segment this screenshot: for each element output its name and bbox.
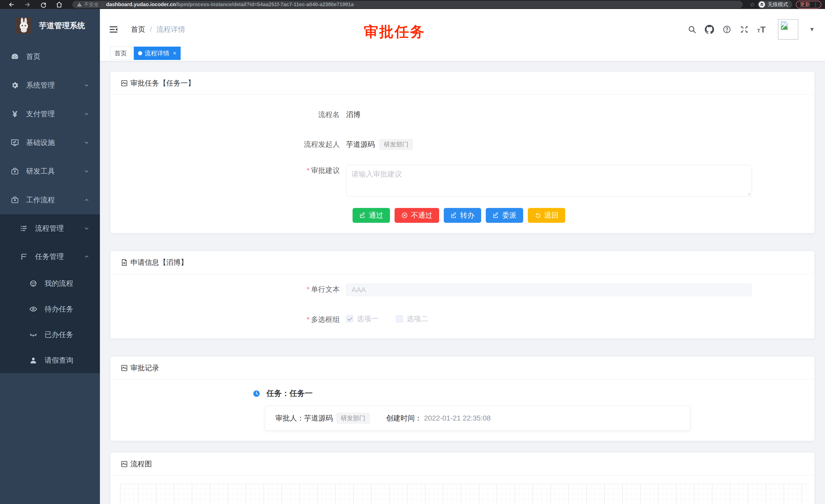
approve-card-header: 审批任务【任务一】 — [110, 72, 815, 95]
sidebar-collapse-icon[interactable] — [109, 25, 118, 34]
resize-grip-icon[interactable] — [747, 191, 750, 195]
tags-view-bar: 首页 流程详情 × — [100, 45, 825, 61]
sidebar-item-process-mgmt[interactable]: 流程管理 — [0, 215, 100, 243]
list-icon — [19, 224, 28, 233]
chevron-down-icon — [84, 169, 89, 174]
created-time: 2022-01-21 22:35:08 — [424, 414, 491, 422]
back-icon[interactable] — [7, 0, 16, 9]
sidebar-item-label: 系统管理 — [26, 80, 55, 90]
url-domain: dashboard.yudao.iocoder.cn — [106, 2, 176, 7]
tag-home[interactable]: 首页 — [110, 47, 131, 60]
home-icon[interactable] — [55, 0, 64, 9]
task-title: 任务：任务一 — [267, 388, 313, 399]
document-icon — [121, 259, 128, 266]
help-icon[interactable] — [722, 25, 732, 34]
security-warning[interactable]: 不安全 — [77, 1, 99, 8]
top-navbar: 首页 / 流程详情 TT — [100, 9, 825, 45]
sidebar-item-my-process[interactable]: 我的流程 — [0, 271, 100, 296]
checkbox-group-label: *多选框组 — [121, 314, 346, 325]
avatar[interactable] — [778, 19, 798, 40]
search-icon[interactable] — [687, 25, 697, 34]
bookmark-star-icon[interactable]: ☆ — [749, 1, 755, 8]
sidebar-item-infra[interactable]: 基础设施 — [0, 128, 100, 157]
sidebar-item-label: 基础设施 — [26, 138, 55, 148]
chevron-up-icon — [84, 197, 89, 202]
sidebar-item-label: 支付管理 — [26, 109, 55, 119]
tag-process-detail[interactable]: 流程详情 × — [134, 47, 180, 60]
sidebar-item-leave-query[interactable]: 请假查询 — [0, 347, 100, 373]
sidebar-item-label: 我的流程 — [45, 279, 73, 288]
approve-task-card: 审批任务【任务一】 流程名 滔博 流程发起人 芋道源码 研发部门 — [110, 72, 815, 233]
reload-icon[interactable] — [39, 0, 48, 9]
browser-update-button[interactable]: 更新 ⋮ — [796, 1, 821, 8]
circle-close-icon — [401, 212, 408, 219]
edit-icon — [493, 212, 499, 219]
transfer-button[interactable]: 转办 — [444, 208, 481, 223]
briefcase-icon — [10, 167, 19, 175]
delegate-button[interactable]: 委派 — [486, 208, 523, 223]
workflow-submenu: 流程管理 任务管理 我的流程 待办任务 — [0, 215, 100, 373]
yen-icon: ¥ — [10, 110, 19, 118]
apply-card-body: *单行文本 *多选框组 选项一 选项二 — [110, 274, 815, 339]
monitor-icon — [10, 138, 19, 147]
sidebar-item-payment[interactable]: ¥ 支付管理 — [0, 100, 100, 128]
robot-icon — [29, 279, 38, 287]
card-title: 流程图 — [130, 459, 152, 469]
checkbox-option-1[interactable]: 选项一 — [346, 314, 378, 324]
url-text: dashboard.yudao.iocoder.cn/bpm/process-i… — [106, 2, 354, 7]
process-diagram-card: 流程图 — [110, 452, 815, 504]
browser-menu-icon[interactable]: ⋮ — [813, 2, 818, 7]
approver-label: 审批人： — [276, 413, 304, 423]
breadcrumb-current: 流程详情 — [157, 24, 185, 34]
sidebar-item-home[interactable]: 首页 — [0, 42, 100, 71]
address-bar[interactable]: 不安全 dashboard.yudao.iocoder.cn/bpm/proce… — [72, 1, 743, 8]
sidebar-item-todo-tasks[interactable]: 待办任务 — [0, 296, 100, 322]
diagram-card-body — [110, 476, 815, 504]
url-path: /bpm/process-instance/detail?id=54aa251f… — [176, 2, 354, 7]
sidebar-item-workflow[interactable]: 工作流程 — [0, 186, 100, 215]
return-button[interactable]: 退回 — [528, 208, 565, 223]
bpmn-canvas[interactable] — [120, 484, 808, 504]
eye-closed-icon — [29, 331, 38, 339]
security-label: 不安全 — [84, 1, 99, 8]
edit-icon — [450, 212, 457, 219]
sidebar-item-label: 工作流程 — [26, 195, 55, 205]
sidebar-item-done-tasks[interactable]: 已办任务 — [0, 322, 100, 347]
sidebar-item-devtools[interactable]: 研发工具 — [0, 157, 100, 186]
url-separator — [102, 2, 102, 7]
sidebar-logo[interactable]: 芋道管理系统 — [0, 9, 100, 42]
forward-icon[interactable] — [23, 0, 32, 9]
font-size-icon[interactable]: TT — [757, 25, 765, 34]
breadcrumb-home[interactable]: 首页 — [131, 24, 145, 34]
github-icon[interactable] — [705, 25, 714, 34]
fullscreen-icon[interactable] — [740, 25, 749, 34]
main-area: 审批任务 首页 / 流程详情 — [100, 9, 825, 504]
record-card-body: 任务：任务一 审批人：芋道源码 研发部门 创建时间： 2022-01-21 22… — [110, 380, 815, 441]
checkbox-checked-icon — [346, 315, 353, 322]
pass-button[interactable]: 通过 — [353, 208, 390, 223]
card-title: 审批任务【任务一】 — [130, 78, 195, 88]
suggestion-textarea[interactable] — [346, 165, 752, 197]
apply-card-header: 申请信息【滔博】 — [110, 251, 815, 274]
dept-tag: 研发部门 — [379, 139, 413, 150]
app-title: 芋道管理系统 — [39, 20, 85, 31]
sidebar-item-label: 请假查询 — [45, 355, 73, 365]
single-line-input[interactable] — [346, 284, 752, 296]
reject-button[interactable]: 不通过 — [394, 208, 439, 223]
picture-icon — [121, 80, 128, 87]
timeline: 任务：任务一 审批人：芋道源码 研发部门 创建时间： 2022-01-21 22… — [253, 388, 804, 430]
broken-image-icon — [779, 21, 789, 30]
picture-icon — [121, 364, 128, 371]
approver-name: 芋道源码 — [304, 413, 333, 423]
close-icon[interactable]: × — [173, 50, 176, 57]
sidebar-item-task-mgmt[interactable]: 任务管理 — [0, 243, 100, 271]
checkbox-option-2[interactable]: 选项二 — [396, 314, 428, 324]
record-card-header: 审批记录 — [110, 356, 815, 380]
active-dot — [138, 51, 142, 55]
tag-label: 流程详情 — [145, 49, 169, 57]
sidebar-item-system[interactable]: 系统管理 — [0, 71, 100, 100]
incognito-icon — [759, 1, 765, 8]
logo-image — [15, 17, 32, 34]
required-mark: * — [307, 166, 309, 174]
caret-down-icon[interactable]: ▼ — [809, 26, 815, 33]
